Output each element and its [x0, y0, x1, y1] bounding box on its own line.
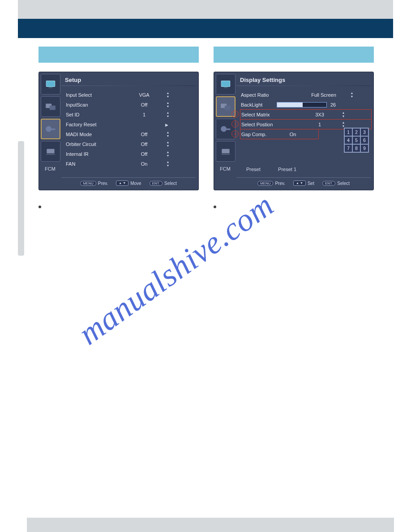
updown-icon [164, 111, 171, 118]
sidebar-icon-1[interactable] [216, 74, 235, 94]
row-input-select[interactable]: Input Select VGA [66, 90, 196, 100]
value-gap-comp: On [282, 132, 304, 137]
svg-rect-5 [51, 129, 56, 130]
value-fan: On [124, 161, 164, 167]
updown-icon [164, 131, 171, 138]
svg-rect-15 [221, 154, 230, 154]
svg-rect-13 [226, 129, 231, 130]
label-backlight: BackLight [241, 102, 277, 107]
label-fan: FAN [66, 161, 124, 167]
bottom-strip [27, 518, 394, 532]
label-set-id: Set ID [66, 112, 124, 117]
fcm-label-right: FCM [216, 166, 235, 172]
position-grid[interactable]: 1 2 3 4 5 6 7 8 9 [344, 128, 369, 153]
label-gap-comp: Gap Comp. [241, 132, 282, 137]
row-set-id[interactable]: Set ID 1 [66, 110, 196, 120]
row-orbiter-circuit[interactable]: Orbiter Circuit Off [66, 139, 196, 149]
value-aspect-ratio: Full Screen [299, 92, 348, 98]
label-factory-reset: Factory Reset [66, 122, 124, 127]
backlight-slider[interactable]: 26 [277, 102, 336, 107]
value-input-select: VGA [124, 92, 164, 98]
setup-osd-panel: FCM Setup Input Select VGA InputScan Off [39, 72, 199, 190]
svg-rect-8 [221, 81, 230, 86]
value-preset: Preset 1 [278, 167, 296, 172]
row-preset[interactable]: Preset Preset 1 [246, 167, 296, 172]
row-internal-ir[interactable]: Internal IR Off [66, 149, 196, 159]
hint-select-label: Select [164, 181, 177, 186]
menu-pill: MENU [257, 181, 274, 186]
updown-icon [164, 160, 171, 167]
row-input-scan[interactable]: InputScan Off [66, 100, 196, 110]
callout-4: 4 [231, 130, 239, 137]
sidebar-icon-2[interactable] [41, 96, 60, 117]
row-gap-comp[interactable]: 4 Gap Comp. On [240, 129, 319, 139]
svg-rect-14 [222, 149, 229, 154]
left-column: FCM Setup Input Select VGA InputScan Off [39, 47, 199, 236]
label-preset: Preset [246, 167, 277, 172]
value-select-position: 1 [300, 122, 340, 127]
grid-cell[interactable]: 3 [360, 128, 368, 136]
value-backlight: 26 [330, 102, 336, 107]
updown-icon [164, 150, 171, 158]
label-orbiter-circuit: Orbiter Circuit [66, 142, 124, 147]
value-orbiter-circuit: Off [124, 142, 164, 147]
hint-prev-label: Prev. [98, 181, 108, 186]
bullet-icon [39, 206, 41, 208]
row-madi-mode[interactable]: MADI Mode Off [66, 129, 196, 139]
updown-icon [340, 121, 347, 128]
grid-cell[interactable]: 8 [352, 144, 360, 152]
grid-cell[interactable]: 7 [344, 144, 352, 152]
svg-rect-9 [224, 87, 228, 88]
hint-select-label: Select [337, 181, 350, 186]
hint-bar-left: MENUPrev. Move ENT.Select [61, 177, 196, 189]
label-select-matrix: Select Matrix [241, 112, 300, 117]
ent-pill: ENT. [150, 181, 163, 186]
hint-bar-right: MENUPrev. Set ENT.Select [236, 177, 371, 189]
grid-cell[interactable]: 1 [344, 128, 352, 136]
fcm-label-left: FCM [41, 166, 60, 172]
value-madi-mode: Off [124, 132, 164, 137]
sidebar-icon-4[interactable] [216, 141, 235, 162]
svg-rect-7 [46, 154, 55, 154]
row-backlight[interactable]: BackLight 26 [241, 100, 371, 110]
label-select-position: Select Postion [241, 122, 300, 127]
sidebar-icon-3-selected[interactable] [41, 119, 60, 139]
label-internal-ir: Internal IR [66, 151, 124, 157]
value-set-id: 1 [124, 112, 164, 117]
svg-rect-6 [47, 149, 54, 154]
grid-cell[interactable]: 5 [352, 136, 360, 144]
left-side-tab [18, 141, 24, 256]
value-input-scan: Off [124, 102, 164, 107]
ent-pill: ENT. [322, 181, 335, 186]
row-factory-reset[interactable]: Factory Reset [66, 120, 196, 129]
set-pill [293, 180, 306, 186]
label-madi-mode: MADI Mode [66, 132, 124, 137]
sidebar-icon-1[interactable] [41, 74, 60, 94]
page-banner [18, 19, 393, 38]
row-aspect-ratio[interactable]: Aspect Ratio Full Screen [241, 90, 371, 100]
grid-cell[interactable]: 6 [360, 136, 368, 144]
label-input-select: Input Select [66, 92, 124, 98]
callout-3: 3 [231, 120, 239, 128]
hint-prev-label: Prev. [275, 181, 285, 186]
value-internal-ir: Off [124, 151, 164, 157]
svg-rect-11 [225, 106, 231, 110]
enter-icon [164, 122, 168, 127]
right-notes [214, 204, 374, 210]
row-fan[interactable]: FAN On [66, 159, 196, 169]
left-section-header [39, 47, 199, 63]
grid-cell[interactable]: 9 [360, 144, 368, 152]
right-column: FCM Display Settings Aspect Ratio Full S… [214, 47, 374, 236]
row-select-matrix[interactable]: 2 Select Matrix 3X3 [240, 109, 372, 120]
svg-rect-3 [50, 106, 56, 110]
grid-cell[interactable]: 2 [352, 128, 360, 136]
sidebar-icon-4[interactable] [41, 141, 60, 162]
bullet-icon [214, 206, 216, 208]
updown-icon [348, 91, 355, 99]
updown-icon [340, 111, 347, 118]
svg-rect-0 [46, 81, 55, 86]
menu-pill: MENU [80, 181, 96, 186]
label-aspect-ratio: Aspect Ratio [241, 92, 299, 98]
grid-cell[interactable]: 4 [344, 136, 352, 144]
updown-icon [164, 101, 171, 108]
